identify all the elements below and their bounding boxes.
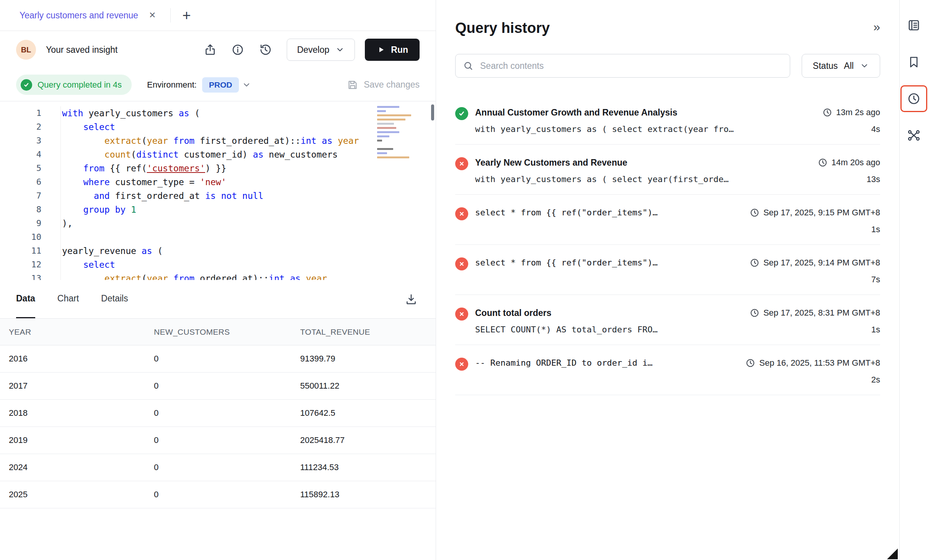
history-icon[interactable] bbox=[906, 91, 921, 106]
code-text: extract(year from first_ordered_at)::int… bbox=[60, 134, 359, 148]
save-icon bbox=[347, 79, 358, 91]
save-changes-label: Save changes bbox=[364, 80, 420, 90]
collapse-panel-button[interactable]: » bbox=[873, 21, 880, 33]
table-cell: 0 bbox=[154, 354, 300, 364]
sql-editor[interactable]: 1with yearly_customers as (2 select3 ext… bbox=[0, 101, 436, 280]
table-cell: 107642.5 bbox=[300, 408, 436, 418]
search-input[interactable] bbox=[455, 54, 790, 78]
success-icon bbox=[455, 107, 468, 120]
code-line[interactable]: 5 from {{ ref('customers') }} bbox=[0, 161, 436, 175]
right-icon-rail bbox=[899, 0, 928, 560]
new-tab-button[interactable]: + bbox=[182, 8, 191, 23]
code-line[interactable]: 1with yearly_customers as ( bbox=[0, 106, 436, 120]
code-line[interactable]: 6 where customer_type = 'new' bbox=[0, 175, 436, 189]
environment-value-badge[interactable]: PROD bbox=[202, 77, 239, 93]
code-line[interactable]: 11yearly_revenue as ( bbox=[0, 244, 436, 258]
query-history-item-title: Count total orders bbox=[475, 306, 738, 319]
table-row[interactable]: 20180107642.5 bbox=[0, 400, 436, 427]
query-history-list: Annual Customer Growth and Revenue Analy… bbox=[455, 94, 880, 395]
query-history-item-time: 13m 2s ago bbox=[822, 106, 880, 119]
line-number: 13 bbox=[0, 272, 41, 280]
notebook-list-icon[interactable] bbox=[906, 18, 921, 33]
bookmark-icon[interactable] bbox=[906, 54, 921, 70]
table-cell: 115892.13 bbox=[300, 490, 436, 500]
code-line[interactable]: 12 select bbox=[0, 258, 436, 272]
line-number: 12 bbox=[0, 258, 41, 272]
share-icon bbox=[204, 43, 217, 56]
error-icon bbox=[455, 308, 468, 321]
table-row[interactable]: 201902025418.77 bbox=[0, 427, 436, 454]
code-line[interactable]: 13 extract(year from ordered_at)::int as… bbox=[0, 272, 436, 280]
table-row[interactable]: 20170550011.22 bbox=[0, 373, 436, 400]
line-number: 10 bbox=[0, 230, 41, 244]
code-line[interactable]: 10 bbox=[0, 230, 436, 244]
code-line[interactable]: 9), bbox=[0, 217, 436, 230]
code-line[interactable]: 8 group by 1 bbox=[0, 203, 436, 217]
code-line[interactable]: 4 count(distinct customer_id) as new_cus… bbox=[0, 148, 436, 161]
resize-handle[interactable] bbox=[887, 549, 898, 559]
version-history-button[interactable] bbox=[257, 41, 274, 58]
table-cell: 2019 bbox=[0, 435, 154, 445]
results-tab-bar: DataChartDetails bbox=[0, 280, 436, 319]
query-history-title: Query history bbox=[455, 20, 880, 36]
status-bar: Query completed in 4s Environment: PROD … bbox=[0, 68, 436, 101]
line-number: 4 bbox=[0, 148, 41, 161]
line-number: 2 bbox=[0, 120, 41, 134]
query-history-item[interactable]: Yearly New Customers and Revenuewith yea… bbox=[455, 145, 880, 195]
code-line[interactable]: 2 select bbox=[0, 120, 436, 134]
table-row[interactable]: 20240111234.53 bbox=[0, 454, 436, 481]
code-text: and first_ordered_at is not null bbox=[60, 189, 263, 203]
code-text: where customer_type = 'new' bbox=[60, 175, 226, 189]
code-line[interactable]: 3 extract(year from first_ordered_at)::i… bbox=[0, 134, 436, 148]
code-lines: 1with yearly_customers as (2 select3 ext… bbox=[0, 106, 436, 280]
download-results-button[interactable] bbox=[403, 291, 420, 308]
chevron-down-icon bbox=[860, 61, 869, 70]
query-history-item[interactable]: Count total ordersSELECT COUNT(*) AS tot… bbox=[455, 295, 880, 345]
table-cell: 2025418.77 bbox=[300, 435, 436, 445]
query-history-item-title: select * from {{ ref("order_items")… bbox=[475, 206, 738, 219]
tab-close-icon[interactable]: ✕ bbox=[149, 10, 156, 20]
table-cell: 111234.53 bbox=[300, 462, 436, 472]
status-filter-button[interactable]: Status All bbox=[802, 54, 880, 78]
environment-chevron-icon[interactable] bbox=[242, 80, 251, 90]
download-icon bbox=[405, 293, 418, 306]
code-line[interactable]: 7 and first_ordered_at is not null bbox=[0, 189, 436, 203]
query-status-pill: Query completed in 4s bbox=[16, 75, 132, 95]
info-icon bbox=[231, 43, 244, 56]
share-button[interactable] bbox=[202, 41, 219, 58]
query-history-item-time: Sep 17, 2025, 9:14 PM GMT+8 bbox=[750, 256, 880, 269]
query-history-item[interactable]: -- Renaming ORDER_ID to order_id i…Sep 1… bbox=[455, 345, 880, 395]
query-history-item[interactable]: select * from {{ ref("order_items")…Sep … bbox=[455, 245, 880, 295]
success-check-icon bbox=[21, 79, 32, 91]
lineage-icon[interactable] bbox=[906, 128, 921, 143]
table-header: YEARNEW_CUSTOMERSTOTAL_REVENUE bbox=[0, 319, 436, 345]
editor-minimap[interactable] bbox=[377, 106, 417, 161]
develop-button[interactable]: Develop bbox=[287, 39, 355, 61]
table-row[interactable]: 2016091399.79 bbox=[0, 345, 436, 373]
code-text: extract(year from ordered_at)::int as ye… bbox=[60, 272, 332, 280]
query-history-item[interactable]: Annual Customer Growth and Revenue Analy… bbox=[455, 94, 880, 145]
query-history-item-snippet: with yearly_customers as ( select year(f… bbox=[475, 174, 806, 184]
tab-separator bbox=[170, 8, 171, 23]
table-cell: 0 bbox=[154, 462, 300, 472]
save-changes-button[interactable]: Save changes bbox=[347, 79, 420, 91]
query-history-item-time: 14m 20s ago bbox=[818, 156, 880, 169]
editor-panel: Yearly customers and revenue ✕ + BL Your… bbox=[0, 0, 436, 560]
tab-yearly-customers-and-revenue[interactable]: Yearly customers and revenue ✕ bbox=[0, 0, 170, 31]
info-button[interactable] bbox=[229, 41, 246, 58]
query-history-item-duration: 4s bbox=[822, 124, 880, 134]
avatar[interactable]: BL bbox=[16, 40, 36, 60]
query-history-panel: Query history » Status All Annual Custom… bbox=[436, 0, 899, 560]
table-cell: 0 bbox=[154, 381, 300, 391]
table-cell: 0 bbox=[154, 435, 300, 445]
editor-scrollbar[interactable] bbox=[431, 104, 434, 120]
results-tab-data[interactable]: Data bbox=[16, 280, 35, 318]
results-tab-chart[interactable]: Chart bbox=[57, 280, 79, 318]
table-cell: 2016 bbox=[0, 354, 154, 364]
query-history-item[interactable]: select * from {{ ref("order_items")…Sep … bbox=[455, 195, 880, 245]
error-icon bbox=[455, 358, 468, 371]
run-button[interactable]: Run bbox=[365, 39, 420, 61]
column-header: NEW_CUSTOMERS bbox=[154, 327, 300, 337]
table-row[interactable]: 20250115892.13 bbox=[0, 481, 436, 508]
results-tab-details[interactable]: Details bbox=[101, 280, 128, 318]
